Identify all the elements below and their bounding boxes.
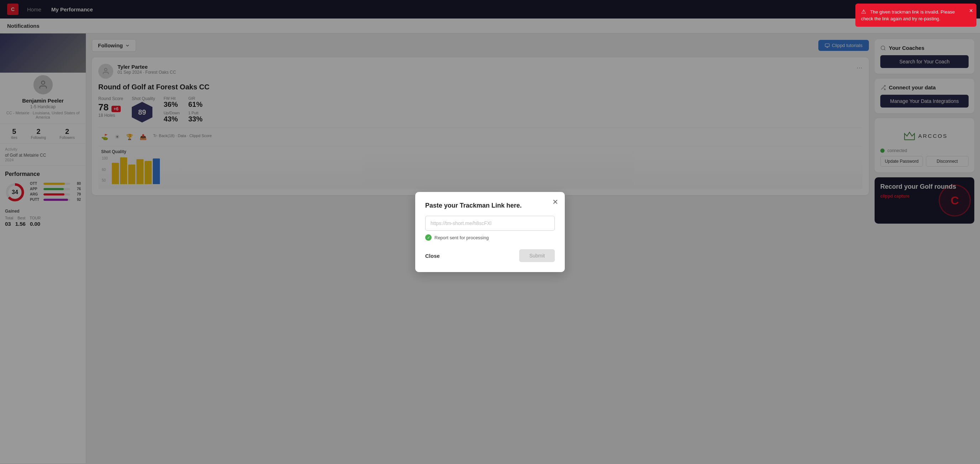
modal-close-x-btn[interactable]: ✕ <box>552 198 558 206</box>
success-check-icon: ✓ <box>425 234 431 241</box>
modal-overlay: Paste your Trackman Link here. ✕ ✓ Repor… <box>0 0 980 463</box>
modal-actions: Close Submit <box>425 249 555 262</box>
modal-success-text: Report sent for processing <box>434 235 488 240</box>
modal-submit-button[interactable]: Submit <box>519 249 555 262</box>
error-close-btn[interactable]: × <box>969 6 973 15</box>
modal-title: Paste your Trackman Link here. <box>425 202 555 210</box>
modal-success-message: ✓ Report sent for processing <box>425 234 555 241</box>
error-message: The given trackman link is invalid. Plea… <box>861 9 955 21</box>
error-banner: ⚠ The given trackman link is invalid. Pl… <box>855 3 977 27</box>
trackman-modal: Paste your Trackman Link here. ✕ ✓ Repor… <box>415 192 565 272</box>
modal-close-button[interactable]: Close <box>425 253 440 259</box>
modal-submit-label: Submit <box>529 253 545 259</box>
warning-icon: ⚠ <box>861 8 866 16</box>
modal-close-label: Close <box>425 253 440 259</box>
trackman-link-input[interactable] <box>425 216 555 231</box>
